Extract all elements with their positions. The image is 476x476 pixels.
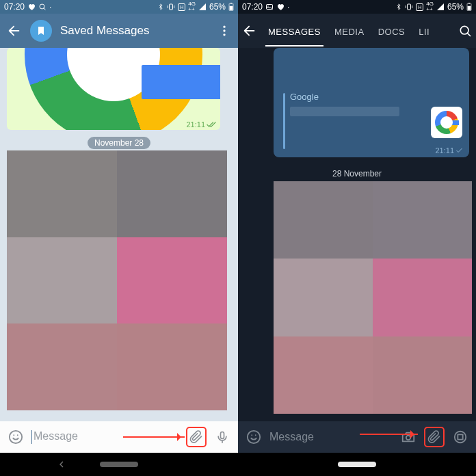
android-navbar <box>0 453 238 476</box>
svg-rect-14 <box>221 432 224 439</box>
link-time: 21:11 <box>435 146 464 155</box>
nav-back-icon[interactable] <box>56 459 67 470</box>
message-input-bar: Message <box>238 421 476 453</box>
vibrate-icon <box>405 3 413 11</box>
emoji-icon[interactable] <box>5 427 26 447</box>
tab-media[interactable]: MEDIA <box>328 16 371 47</box>
message-time: 21:11 <box>186 120 216 129</box>
android-navbar <box>238 453 476 476</box>
svg-line-24 <box>467 33 470 36</box>
grid-icon[interactable] <box>450 427 471 447</box>
svg-point-11 <box>10 431 22 443</box>
battery-rect-icon: H <box>178 3 185 11</box>
heart-icon <box>276 3 285 11</box>
censored-content <box>274 181 472 414</box>
bluetooth-icon <box>157 3 164 11</box>
svg-line-1 <box>44 8 46 10</box>
svg-point-27 <box>255 434 256 436</box>
censored-content <box>7 150 227 410</box>
image-icon <box>265 3 274 11</box>
message-input-bar: Message <box>0 421 238 453</box>
svg-point-25 <box>248 431 260 443</box>
svg-rect-7 <box>230 3 232 3</box>
status-time: 07:20 <box>242 2 263 12</box>
attach-button[interactable] <box>186 427 207 447</box>
link-title: Google <box>290 92 319 102</box>
battery-icon <box>466 3 472 11</box>
bookmark-avatar[interactable] <box>30 20 52 42</box>
svg-point-8 <box>223 26 225 28</box>
link-preview-card[interactable]: Google 21:11 <box>274 48 469 157</box>
chat-header: Saved Messages <box>0 14 238 48</box>
svg-rect-22 <box>468 3 470 3</box>
vibrate-icon <box>167 3 175 11</box>
tab-links[interactable]: LII <box>412 16 436 47</box>
tab-docs[interactable]: DOCS <box>371 16 412 47</box>
battery-rect-icon: H <box>416 3 423 11</box>
right-pane: 07:20 · H 4G++ 65% MESSAGES MEDIA DOCS L… <box>238 0 476 476</box>
microphone-icon[interactable] <box>212 427 233 447</box>
more-vertical-icon[interactable] <box>217 24 231 38</box>
link-desc-shimmer <box>290 107 399 116</box>
svg-point-12 <box>13 434 14 436</box>
google-logo-icon <box>435 111 458 134</box>
svg-point-26 <box>251 434 252 436</box>
message-image-bubble[interactable]: 21:11 <box>7 48 220 130</box>
heart-icon <box>27 3 36 11</box>
chat-body[interactable]: 21:11 November 28 <box>0 48 238 421</box>
emoji-icon[interactable] <box>243 427 264 447</box>
back-icon[interactable] <box>242 23 257 38</box>
chat-title: Saved Messages <box>60 24 149 38</box>
svg-point-10 <box>223 34 225 36</box>
status-bar: 07:20 · H 4G++ 65% <box>0 0 238 14</box>
status-time: 07:20 <box>4 2 25 12</box>
content-body[interactable]: Google 21:11 28 November <box>238 48 476 421</box>
paperclip-icon <box>427 430 441 444</box>
date-chip: November 28 <box>88 137 150 149</box>
nav-home-pill[interactable] <box>338 462 376 467</box>
dot-icon: · <box>49 2 51 12</box>
tab-messages[interactable]: MESSAGES <box>261 16 328 47</box>
double-check-icon <box>207 121 216 128</box>
search-icon[interactable] <box>458 24 472 38</box>
battery-pct: 65% <box>447 2 464 12</box>
svg-rect-17 <box>408 4 411 10</box>
svg-rect-2 <box>170 4 173 10</box>
dot-icon: · <box>287 2 289 12</box>
svg-point-9 <box>223 29 225 31</box>
svg-point-29 <box>455 432 466 443</box>
svg-point-13 <box>17 434 18 436</box>
nav-home-pill[interactable] <box>100 462 138 467</box>
signal-icon <box>198 3 207 11</box>
q-icon <box>38 3 47 11</box>
link-stripe <box>283 93 285 149</box>
status-bar: 07:20 · H 4G++ 65% <box>238 0 476 14</box>
paperclip-icon <box>189 430 203 444</box>
annotation-arrow <box>360 434 418 435</box>
annotation-arrow <box>123 436 185 438</box>
net-4g-icon: 4G++ <box>426 1 434 12</box>
svg-rect-30 <box>458 434 462 439</box>
message-input[interactable]: Message <box>269 431 393 443</box>
net-4g-icon: 4G++ <box>188 1 196 12</box>
attach-button[interactable] <box>424 427 445 447</box>
battery-pct: 65% <box>209 2 226 12</box>
svg-rect-6 <box>230 6 233 10</box>
battery-icon <box>228 3 234 11</box>
left-pane: 07:20 · H 4G++ 65% Saved Messages <box>0 0 238 476</box>
bluetooth-icon <box>395 3 402 11</box>
svg-rect-21 <box>468 6 471 10</box>
check-icon <box>455 147 464 154</box>
bookmark-icon <box>36 25 47 36</box>
shared-media-header: MESSAGES MEDIA DOCS LII <box>238 14 476 48</box>
date-chip: 28 November <box>326 168 388 180</box>
back-icon[interactable] <box>7 23 22 38</box>
signal-icon <box>436 3 445 11</box>
link-thumbnail <box>431 107 462 138</box>
